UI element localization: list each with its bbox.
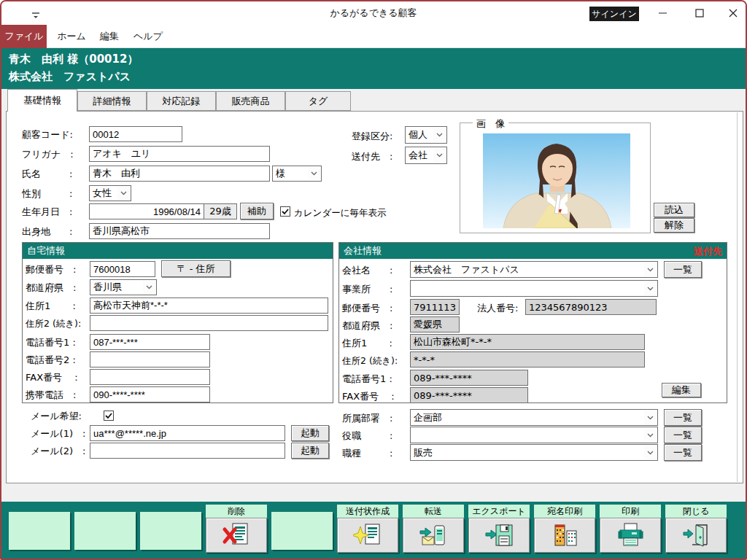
forward-button-label: 転送 bbox=[403, 505, 464, 518]
company-list-button[interactable]: 一覧 bbox=[664, 261, 702, 278]
chevron-down-icon bbox=[433, 128, 446, 142]
cover-letter-button[interactable] bbox=[337, 518, 398, 553]
gender-select[interactable]: 女性 bbox=[89, 185, 131, 201]
chevron-down-icon bbox=[433, 148, 446, 163]
print-button[interactable] bbox=[600, 518, 661, 553]
jobtype-list-button[interactable]: 一覧 bbox=[664, 444, 702, 461]
sendto-select[interactable]: 会社 bbox=[405, 147, 447, 164]
tab-sales-items[interactable]: 販売商品 bbox=[216, 91, 285, 111]
image-group-title: 画 像 bbox=[473, 117, 508, 131]
home-phone1-label: 電話番号1 : bbox=[26, 336, 76, 349]
furigana-field[interactable] bbox=[89, 146, 270, 162]
mail1-field[interactable] bbox=[90, 425, 285, 441]
company-address2-field: *-*-* bbox=[410, 351, 645, 368]
company-name-select[interactable]: 株式会社 ファストパス bbox=[410, 261, 658, 278]
close-screen-button[interactable] bbox=[665, 518, 727, 553]
department-list-button[interactable]: 一覧 bbox=[664, 409, 702, 426]
home-address1-field[interactable] bbox=[90, 298, 328, 314]
company-edit-button[interactable]: 編集 bbox=[662, 383, 701, 397]
calendar-checkbox-label: カレンダーに毎年表示 bbox=[294, 206, 386, 219]
birthday-field[interactable] bbox=[89, 203, 204, 219]
company-prefecture-field: 愛媛県 bbox=[410, 316, 460, 332]
mail-wish-label: メール希望: bbox=[31, 410, 82, 423]
company-name-value: 株式会社 ファストパス bbox=[414, 263, 519, 276]
tab-correspondence[interactable]: 対応記録 bbox=[147, 91, 216, 111]
department-label: 所属部署 : bbox=[342, 412, 392, 425]
customer-code-label: 顧客コード: bbox=[22, 128, 73, 141]
mail-wish-checkbox[interactable] bbox=[104, 411, 114, 421]
company-postal-label: 郵便番号 : bbox=[342, 302, 392, 315]
registration-select[interactable]: 個人 bbox=[405, 126, 447, 144]
honorific-select[interactable]: 様 bbox=[272, 166, 322, 182]
home-address1-label: 住所1 : bbox=[26, 300, 76, 313]
close-button[interactable] bbox=[716, 1, 747, 25]
home-mobile-label: 携帯電話 : bbox=[26, 389, 76, 402]
minimize-button[interactable] bbox=[646, 1, 680, 25]
address-print-button[interactable] bbox=[534, 518, 595, 553]
toolbar-empty-slot bbox=[9, 512, 70, 550]
company-fax-label: FAX番号 : bbox=[342, 390, 395, 403]
forward-button[interactable] bbox=[403, 518, 464, 553]
chevron-down-icon bbox=[644, 411, 657, 424]
home-postal-field[interactable] bbox=[90, 261, 155, 277]
home-address2-field[interactable] bbox=[90, 315, 328, 331]
home-postal-label: 郵便番号 : bbox=[26, 263, 76, 276]
jobtype-select[interactable]: 販売 bbox=[410, 444, 658, 461]
export-button-label: エクスポート bbox=[468, 505, 530, 518]
assist-button[interactable]: 補助 bbox=[240, 203, 274, 219]
tab-basic-info[interactable]: 基礎情報 bbox=[7, 89, 77, 112]
company-phone1-field: 089-***-**** bbox=[410, 370, 528, 386]
role-list-button[interactable]: 一覧 bbox=[664, 427, 702, 443]
tab-tags[interactable]: タグ bbox=[285, 91, 351, 111]
department-select[interactable]: 企画部 bbox=[410, 409, 658, 426]
company-address1-field: 松山市森松町*-*-* bbox=[410, 334, 645, 350]
tab-detail-info[interactable]: 詳細情報 bbox=[77, 91, 147, 111]
menu-home[interactable]: ホーム bbox=[53, 25, 90, 48]
home-prefecture-label: 都道府県 : bbox=[26, 281, 76, 295]
chevron-down-icon bbox=[143, 281, 155, 294]
chevron-down-icon bbox=[308, 167, 320, 180]
image-load-button[interactable]: 読込 bbox=[654, 203, 694, 217]
office-select[interactable] bbox=[410, 280, 658, 297]
delete-document-icon bbox=[222, 522, 251, 548]
menu-bar: ファイル ホーム 編集 ヘルプ bbox=[1, 25, 746, 48]
home-phone2-field[interactable] bbox=[90, 351, 210, 368]
home-mobile-field[interactable] bbox=[90, 386, 210, 402]
export-button[interactable] bbox=[468, 518, 530, 553]
menu-help[interactable]: ヘルプ bbox=[130, 25, 166, 48]
company-address2-label: 住所2 (続き): bbox=[342, 354, 398, 368]
maximize-button[interactable] bbox=[683, 1, 716, 25]
home-phone2-label: 電話番号2 : bbox=[26, 354, 76, 367]
title-bar: かるがるできる顧客 サインイン bbox=[1, 1, 746, 25]
company-fax-field: 089-***-**** bbox=[410, 387, 528, 403]
image-clear-button[interactable]: 解除 bbox=[654, 218, 694, 233]
menu-edit[interactable]: 編集 bbox=[93, 25, 125, 48]
address-print-icon bbox=[550, 522, 579, 548]
postal-to-address-button[interactable]: 〒 - 住所 bbox=[161, 260, 231, 277]
mail1-label: メール(1) : bbox=[31, 427, 85, 440]
sendto-label: 送付先 : bbox=[352, 150, 392, 163]
chevron-down-icon bbox=[644, 281, 657, 295]
mail1-launch-button[interactable]: 起動 bbox=[291, 425, 329, 441]
home-prefecture-value: 香川県 bbox=[93, 281, 122, 294]
home-phone1-field[interactable] bbox=[90, 334, 210, 350]
menu-file[interactable]: ファイル bbox=[1, 25, 47, 48]
delete-button[interactable] bbox=[206, 518, 267, 553]
mail2-field[interactable] bbox=[90, 443, 285, 459]
home-info-header: 自宅情報 bbox=[23, 243, 333, 259]
role-select[interactable] bbox=[410, 427, 658, 443]
company-prefecture-label: 都道府県 : bbox=[342, 319, 392, 332]
mail2-launch-button[interactable]: 起動 bbox=[291, 443, 329, 459]
birthplace-field[interactable] bbox=[89, 223, 270, 239]
address-print-button-label: 宛名印刷 bbox=[534, 505, 595, 518]
chevron-down-icon bbox=[644, 446, 657, 459]
birthplace-label: 出身地 : bbox=[22, 225, 72, 238]
customer-code-field[interactable] bbox=[89, 126, 182, 142]
name-field[interactable] bbox=[89, 166, 270, 182]
home-fax-field[interactable] bbox=[90, 369, 210, 385]
signin-button[interactable]: サインイン bbox=[589, 7, 639, 21]
birthday-label: 生年月日 : bbox=[22, 206, 72, 219]
home-prefecture-select[interactable]: 香川県 bbox=[90, 279, 157, 295]
calendar-checkbox[interactable] bbox=[280, 206, 290, 217]
app-window: かるがるできる顧客 サインイン ファイル ホーム 編集 ヘルプ 青木 由利 様（… bbox=[0, 0, 747, 560]
